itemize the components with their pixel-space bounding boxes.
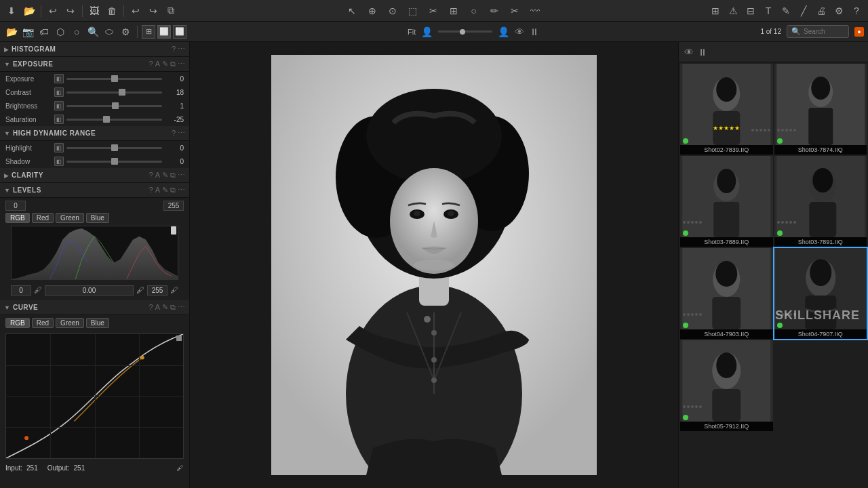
main-photo[interactable] bbox=[271, 55, 597, 475]
exp-menu[interactable]: ⋯ bbox=[178, 60, 185, 68]
straighten-tool[interactable]: ✂ bbox=[426, 3, 441, 18]
single-view-btn[interactable]: ⬜ bbox=[157, 25, 171, 39]
saturation-thumb[interactable] bbox=[103, 116, 110, 123]
rotate-right-icon[interactable]: ↪ bbox=[146, 3, 161, 18]
gray-eyedropper[interactable]: 🖋 bbox=[136, 285, 144, 296]
levels-menu[interactable]: ⋯ bbox=[178, 186, 185, 195]
download-icon[interactable]: ⬇ bbox=[4, 3, 19, 18]
black-eyedropper[interactable]: 🖋 bbox=[34, 285, 42, 296]
import-icon[interactable]: 🖼 bbox=[87, 3, 102, 18]
levels-out-min[interactable] bbox=[11, 285, 31, 296]
levels-rgb-btn[interactable]: RGB bbox=[5, 213, 30, 223]
histogram-help-icon[interactable]: ? bbox=[172, 45, 176, 54]
thumbnail-item[interactable]: Shot03-7891.IIQ bbox=[774, 156, 867, 247]
zoom-slider[interactable] bbox=[438, 30, 492, 33]
levels-out-max[interactable] bbox=[147, 285, 167, 296]
label-icon[interactable]: ⬡ bbox=[53, 24, 68, 39]
grid-view-icon[interactable]: ⊞ bbox=[708, 3, 723, 18]
grid-tool[interactable]: ⊞ bbox=[446, 3, 461, 18]
search-input[interactable] bbox=[804, 28, 844, 35]
clone-tool[interactable]: 〰 bbox=[528, 3, 542, 18]
capture-icon[interactable]: 📷 bbox=[20, 24, 35, 39]
circle2-icon[interactable]: ○ bbox=[69, 24, 84, 39]
curve-menu[interactable]: ⋯ bbox=[178, 303, 185, 312]
edit-icon[interactable]: ✎ bbox=[778, 3, 793, 18]
levels-a[interactable]: A bbox=[155, 186, 160, 195]
circle-tool[interactable]: ○ bbox=[467, 3, 481, 18]
exposure-slider[interactable] bbox=[66, 78, 162, 80]
open-icon[interactable]: 📂 bbox=[4, 24, 19, 39]
thumbnail-item[interactable]: Shot04-7903.IIQ bbox=[680, 248, 773, 339]
thumbnail-item[interactable]: ★★★★★ Shot02-7839.IIQ bbox=[680, 64, 773, 155]
highlight-thumb[interactable] bbox=[111, 144, 118, 151]
contrast-thumb[interactable] bbox=[119, 89, 125, 96]
text-icon[interactable]: T bbox=[761, 3, 776, 18]
curve-section-header[interactable]: ▼ CURVE ? A ✎ ⧉ ⋯ bbox=[0, 300, 189, 315]
exposure-thumb[interactable] bbox=[111, 75, 118, 82]
redo-icon[interactable]: ↪ bbox=[63, 3, 78, 18]
levels-copy[interactable]: ⧉ bbox=[170, 186, 176, 195]
mosaic-icon[interactable]: ⊟ bbox=[743, 3, 758, 18]
crop-tool[interactable]: ⬚ bbox=[406, 3, 420, 18]
shadow-thumb[interactable] bbox=[111, 158, 118, 165]
curve-blue-btn[interactable]: Blue bbox=[86, 318, 109, 328]
levels-mid[interactable] bbox=[45, 285, 134, 296]
rotate2-icon[interactable]: ⬭ bbox=[102, 24, 117, 39]
white-eyedropper[interactable]: 🖋 bbox=[170, 285, 178, 296]
undo-icon[interactable]: ↩ bbox=[45, 3, 60, 18]
hdr-help[interactable]: ? bbox=[172, 129, 176, 138]
gear2-icon[interactable]: ⚙ bbox=[118, 24, 133, 39]
highlight-slider[interactable] bbox=[66, 147, 162, 149]
levels-section-header[interactable]: ▼ LEVELS ? A ✎ ⧉ ⋯ bbox=[0, 183, 189, 198]
levels-blue-btn[interactable]: Blue bbox=[86, 213, 109, 223]
levels-max-input[interactable] bbox=[163, 201, 184, 211]
curve-edit[interactable]: ✎ bbox=[162, 303, 168, 312]
heal-tool[interactable]: ✂ bbox=[507, 3, 522, 18]
tag-icon[interactable]: 🔍 bbox=[85, 24, 100, 39]
curve-copy[interactable]: ⧉ bbox=[170, 303, 176, 312]
brightness-thumb[interactable] bbox=[112, 102, 119, 109]
hdr-menu[interactable]: ⋯ bbox=[178, 129, 185, 138]
histogram-section-header[interactable]: ▶ HISTOGRAM ? ⋯ bbox=[0, 42, 189, 57]
curve-help[interactable]: ? bbox=[149, 303, 153, 312]
curve-red-btn[interactable]: Red bbox=[32, 318, 54, 328]
settings-icon[interactable]: ⚙ bbox=[831, 3, 846, 18]
clarity-menu[interactable]: ⋯ bbox=[178, 171, 185, 180]
badge-icon[interactable]: 🏷 bbox=[37, 24, 52, 39]
curve-eyedropper[interactable]: 🖋 bbox=[177, 464, 184, 472]
compare-view-btn[interactable]: ⬜ bbox=[173, 25, 186, 39]
exp-help[interactable]: ? bbox=[149, 60, 153, 68]
histogram-menu-icon[interactable]: ⋯ bbox=[178, 45, 185, 54]
folder-icon[interactable]: 📂 bbox=[22, 3, 37, 18]
levels-help[interactable]: ? bbox=[149, 186, 153, 195]
pause2-icon[interactable]: ⏸ bbox=[698, 47, 707, 58]
pointer-tool[interactable]: ↖ bbox=[344, 3, 359, 18]
eye2-icon[interactable]: 👁 bbox=[684, 47, 694, 58]
print-icon[interactable]: 🖨 bbox=[814, 3, 829, 18]
zoom-thumb[interactable] bbox=[460, 29, 465, 35]
line-icon[interactable]: ╱ bbox=[796, 3, 811, 18]
stack-icon[interactable]: ⧉ bbox=[163, 3, 178, 18]
zoom-tool[interactable]: ⊙ bbox=[385, 3, 400, 18]
help-icon[interactable]: ? bbox=[849, 3, 864, 18]
thumbnail-item[interactable]: Shot03-7874.IIQ bbox=[774, 64, 867, 155]
brush-tool[interactable]: ✏ bbox=[487, 3, 502, 18]
grid-view-btn[interactable]: ⊞ bbox=[142, 25, 155, 39]
brightness-slider[interactable] bbox=[66, 105, 162, 107]
contrast-slider[interactable] bbox=[66, 92, 162, 94]
curve-corner-handle[interactable] bbox=[176, 336, 182, 341]
clarity-copy[interactable]: ⧉ bbox=[170, 171, 176, 180]
levels-red-btn[interactable]: Red bbox=[32, 213, 54, 223]
warn-icon[interactable]: ⚠ bbox=[726, 3, 741, 18]
clarity-edit[interactable]: ✎ bbox=[162, 171, 168, 180]
levels-edit[interactable]: ✎ bbox=[162, 186, 168, 195]
clarity-a[interactable]: A bbox=[155, 171, 160, 180]
exp-copy[interactable]: ⧉ bbox=[170, 60, 176, 68]
exposure-section-header[interactable]: ▼ EXPOSURE ? A ✎ ⧉ ⋯ bbox=[0, 57, 189, 72]
curve-a[interactable]: A bbox=[155, 303, 160, 312]
thumbnail-item-selected[interactable]: SKILLSHARE Shot04-7907.IIQ bbox=[774, 248, 867, 339]
hist-right-handle[interactable] bbox=[171, 226, 176, 235]
thumbnail-item[interactable]: Shot03-7889.IIQ bbox=[680, 156, 773, 247]
thumbnail-item[interactable]: Shot05-7912.IIQ bbox=[680, 340, 773, 431]
levels-green-btn[interactable]: Green bbox=[56, 213, 84, 223]
